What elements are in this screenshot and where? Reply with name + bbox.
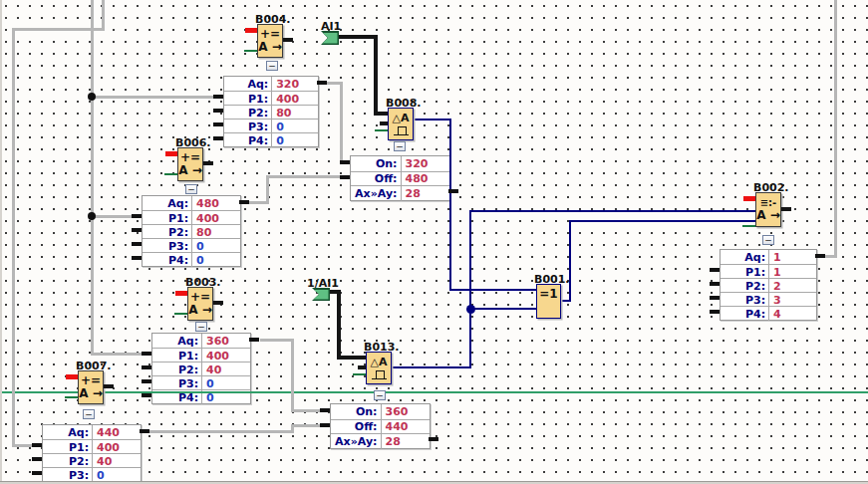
wire-segment <box>266 175 346 178</box>
block-B002[interactable]: ≡:-A → <box>755 192 781 227</box>
table-input-pin <box>32 443 42 447</box>
block-B007[interactable]: +=A → <box>78 370 104 404</box>
connector-label: 1/AI1 <box>307 277 339 290</box>
wire-segment <box>469 210 756 212</box>
pin-red-input <box>66 374 78 379</box>
collapse-button-B008[interactable]: − <box>394 141 406 151</box>
param-label: Aq: <box>721 250 769 264</box>
wire-segment <box>148 430 294 433</box>
wire-segment <box>469 210 471 368</box>
wire-junction <box>88 212 96 220</box>
param-value: 80 <box>192 225 240 239</box>
table-row-B006-P4: P4:0 <box>143 252 240 267</box>
table-output-pin <box>317 81 327 85</box>
pin-red-input <box>165 151 177 156</box>
block-B006[interactable]: +=A → <box>177 147 203 181</box>
param-value: 3 <box>769 293 816 307</box>
table-input-pin <box>213 136 223 140</box>
wire-segment <box>12 28 105 31</box>
table-input-pin <box>340 175 350 179</box>
wire-segment <box>569 220 756 222</box>
page-boundary-line <box>0 391 868 393</box>
param-label: P2: <box>224 106 272 120</box>
wire-segment <box>266 175 269 204</box>
wire-segment <box>102 0 105 31</box>
param-table-B003[interactable]: Aq:360P1:400P2:40P3:0P4:0 <box>151 333 251 404</box>
pin-green-input <box>65 396 78 398</box>
param-label: Ax»Ay: <box>351 186 402 201</box>
connector-flag-icon <box>323 33 338 44</box>
param-label: On: <box>331 404 382 419</box>
pin-red-input <box>743 196 755 201</box>
collapse-button-B006[interactable]: − <box>185 184 197 194</box>
pin-green-input <box>244 50 257 52</box>
table-row-B013-Off: Off:440 <box>331 419 430 435</box>
collapse-button-B007[interactable]: − <box>83 409 95 419</box>
block-glyph: △A <box>393 112 410 124</box>
block-label-B007: B007. <box>76 360 112 372</box>
param-table-B002[interactable]: Aq:1P1:1P2:2P3:3P4:4 <box>720 249 817 321</box>
param-value: 0 <box>93 468 141 482</box>
table-row-B003-Aq: Aq:360 <box>152 334 250 348</box>
collapse-button-B013[interactable]: − <box>374 390 386 400</box>
block-B001[interactable]: =1 <box>536 284 561 319</box>
table-input-pin <box>710 296 720 300</box>
param-value: 400 <box>192 211 240 225</box>
param-value: 40 <box>93 454 141 468</box>
table-row-B006-P1: P1:400 <box>143 210 240 225</box>
block-B013[interactable]: △A <box>366 352 392 384</box>
collapse-button-B003[interactable]: − <box>195 322 207 332</box>
table-input-pin <box>710 268 720 272</box>
param-value: 40 <box>202 363 250 376</box>
wire-segment <box>337 356 368 360</box>
param-value: 0 <box>272 120 318 133</box>
collapse-button-B004[interactable]: − <box>266 61 278 71</box>
connector-flag-icon <box>314 290 329 300</box>
collapse-button-B002[interactable]: − <box>762 235 774 245</box>
table-row-B002-P4: P4:4 <box>721 306 816 321</box>
param-value: 360 <box>382 404 430 419</box>
wire-segment <box>91 96 215 99</box>
table-output-pin <box>429 437 438 441</box>
block-glyph: A → <box>178 164 202 177</box>
window-frame-left <box>0 0 2 484</box>
param-table-B008[interactable]: On:320Off:480Ax»Ay:28 <box>350 155 450 201</box>
param-value: 1 <box>769 265 816 279</box>
table-row-B013-AxAy: Ax»Ay:28 <box>331 433 430 449</box>
table-input-pin <box>132 242 142 246</box>
table-input-pin <box>340 160 350 164</box>
param-table-B004[interactable]: Aq:320P1:400P2:80P3:0P4:0 <box>223 76 319 147</box>
table-row-B008-On: On:320 <box>351 156 449 171</box>
param-value: 360 <box>202 334 250 348</box>
param-label: P1: <box>152 349 202 363</box>
wire-junction <box>88 93 96 101</box>
table-input-pin <box>132 228 142 232</box>
fbd-editor-canvas[interactable]: Aq:320P1:400P2:80P3:0P4:0Aq:480P1:400P2:… <box>0 0 868 484</box>
param-table-B013[interactable]: On:360Off:440Ax»Ay:28 <box>330 403 431 449</box>
pin-output <box>213 301 223 305</box>
table-row-B007-P2: P2:40 <box>43 453 141 468</box>
param-table-B007[interactable]: Aq:440P1:400P2:40P3:0 <box>42 424 142 482</box>
block-B004[interactable]: +=A → <box>257 24 283 58</box>
wire-segment <box>91 215 134 218</box>
table-input-pin <box>142 379 151 383</box>
block-B008[interactable]: △A <box>388 108 414 140</box>
param-label: P1: <box>143 211 192 225</box>
table-input-pin <box>142 352 151 356</box>
connector-AI1[interactable] <box>321 31 339 45</box>
block-label-B013: B013. <box>364 341 400 354</box>
table-output-pin <box>249 338 259 342</box>
pin-red-input <box>175 291 187 296</box>
param-value: 440 <box>382 420 430 435</box>
block-glyph: A → <box>756 209 780 222</box>
param-value: 80 <box>272 106 318 120</box>
param-table-B006[interactable]: Aq:480P1:400P2:80P3:0P4:0 <box>142 195 241 267</box>
table-input-pin <box>710 282 720 286</box>
table-input-pin <box>710 310 720 314</box>
block-label-B001: B001. <box>534 273 570 286</box>
block-B003[interactable]: +=A → <box>187 287 213 321</box>
param-value: 480 <box>192 196 240 210</box>
param-label: P4: <box>143 253 192 267</box>
pin-green-input <box>375 129 388 131</box>
param-value: 400 <box>272 92 318 106</box>
